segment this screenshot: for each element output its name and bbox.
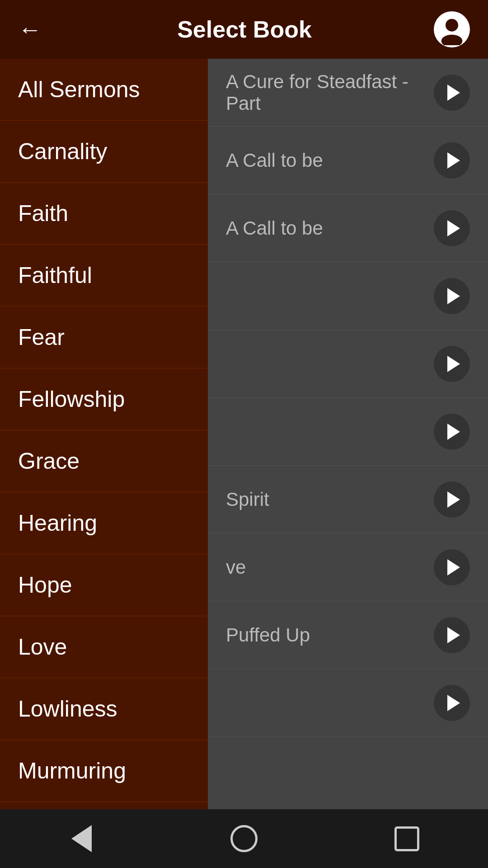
main-content: All SermonsCarnalityFaithFaithfulFearFel… (0, 59, 488, 809)
sidebar-item-label-love: Love (18, 634, 67, 660)
sidebar-item-fellowship[interactable]: Fellowship (0, 368, 208, 430)
sidebar-item-label-grace: Grace (18, 448, 80, 474)
page-title: Select Book (55, 16, 434, 43)
sermon-title-sermon-8: ve (226, 557, 434, 578)
sermon-row-sermon-9: Puffed Up (208, 601, 488, 669)
play-button-sermon-10[interactable] (434, 685, 470, 721)
sermon-row-sermon-1: A Cure for Steadfast - Part (208, 59, 488, 127)
sidebar-item-fear[interactable]: Fear (0, 307, 208, 368)
sermon-row-sermon-10 (208, 669, 488, 737)
sidebar-item-label-faith: Faith (18, 200, 68, 226)
sermons-panel: A Cure for Steadfast - PartA Call to beA… (208, 59, 488, 809)
sermon-row-sermon-4 (208, 262, 488, 330)
bottom-navigation (0, 809, 488, 868)
sidebar-item-hearing[interactable]: Hearing (0, 492, 208, 554)
sidebar-item-label-carnality: Carnality (18, 138, 107, 165)
sidebar-item-faith[interactable]: Faith (0, 183, 208, 245)
play-button-sermon-1[interactable] (434, 75, 470, 111)
sidebar-item-label-all-sermons: All Sermons (18, 76, 140, 103)
home-icon (230, 825, 258, 852)
back-icon (71, 825, 92, 852)
user-avatar-icon[interactable] (434, 11, 470, 47)
sermon-title-sermon-9: Puffed Up (226, 624, 434, 646)
sidebar-item-hope[interactable]: Hope (0, 554, 208, 616)
play-button-sermon-9[interactable] (434, 617, 470, 653)
svg-point-0 (446, 19, 458, 32)
sidebar-item-label-fear: Fear (18, 324, 65, 350)
sidebar-item-carnality[interactable]: Carnality (0, 121, 208, 183)
sermon-title-sermon-7: Spirit (226, 489, 434, 510)
sermon-row-sermon-6 (208, 398, 488, 466)
sidebar-item-all-sermons[interactable]: All Sermons (0, 59, 208, 121)
svg-point-1 (441, 35, 463, 45)
sermon-row-sermon-3: A Call to be (208, 194, 488, 262)
play-button-sermon-2[interactable] (434, 142, 470, 179)
sidebar-item-label-hope: Hope (18, 572, 72, 598)
sidebar-item-label-fellowship: Fellowship (18, 386, 125, 412)
sermon-title-sermon-3: A Call to be (226, 217, 434, 239)
play-button-sermon-5[interactable] (434, 346, 470, 382)
nav-back-button[interactable] (59, 816, 104, 861)
nav-home-button[interactable] (221, 816, 267, 861)
sidebar-item-faithful[interactable]: Faithful (0, 245, 208, 307)
sidebar-item-label-murmuring: Murmuring (18, 758, 126, 784)
nav-recents-button[interactable] (384, 816, 429, 861)
play-button-sermon-4[interactable] (434, 278, 470, 314)
sidebar-item-label-lowliness: Lowliness (18, 696, 117, 722)
play-button-sermon-8[interactable] (434, 549, 470, 585)
sidebar-item-love[interactable]: Love (0, 616, 208, 678)
sidebar-item-label-hearing: Hearing (18, 510, 97, 536)
sidebar-item-grace[interactable]: Grace (0, 430, 208, 492)
sermon-title-sermon-1: A Cure for Steadfast - Part (226, 71, 434, 114)
book-list-sidebar: All SermonsCarnalityFaithFaithfulFearFel… (0, 59, 208, 809)
back-button[interactable]: ← (18, 18, 42, 41)
play-button-sermon-7[interactable] (434, 481, 470, 518)
sidebar-item-murmuring[interactable]: Murmuring (0, 740, 208, 802)
sermon-row-sermon-2: A Call to be (208, 127, 488, 194)
sermon-row-sermon-8: ve (208, 533, 488, 601)
recents-icon (394, 826, 419, 851)
sermon-row-sermon-7: Spirit (208, 466, 488, 533)
app-header: ← Select Book (0, 0, 488, 59)
sidebar-item-label-faithful: Faithful (18, 262, 92, 288)
play-button-sermon-3[interactable] (434, 210, 470, 246)
play-button-sermon-6[interactable] (434, 414, 470, 450)
sidebar-item-lowliness[interactable]: Lowliness (0, 678, 208, 740)
sermon-title-sermon-2: A Call to be (226, 150, 434, 171)
sermon-row-sermon-5 (208, 330, 488, 398)
